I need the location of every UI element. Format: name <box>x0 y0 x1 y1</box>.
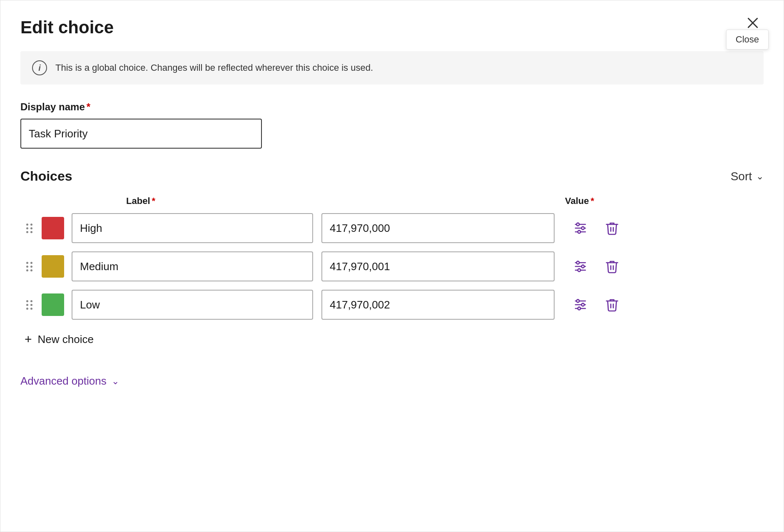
delete-icon-button[interactable] <box>601 217 623 239</box>
choice-value-input[interactable] <box>321 290 555 320</box>
svg-point-7 <box>578 231 581 234</box>
advanced-options-chevron-icon: ⌄ <box>112 376 119 387</box>
row-actions <box>570 294 623 316</box>
delete-icon-button[interactable] <box>601 294 623 316</box>
choice-label-input[interactable] <box>72 213 313 243</box>
advanced-options-label: Advanced options <box>20 375 107 388</box>
configure-icon-button[interactable] <box>570 217 591 239</box>
choice-row <box>20 251 764 281</box>
svg-point-13 <box>578 269 581 272</box>
svg-point-17 <box>582 303 585 306</box>
choices-header: Choices Sort ⌄ <box>20 169 764 184</box>
choice-row <box>20 213 764 243</box>
choices-section-title: Choices <box>20 169 72 184</box>
new-choice-label: New choice <box>38 333 94 346</box>
info-message: This is a global choice. Changes will be… <box>55 62 373 73</box>
close-tooltip: Close <box>726 30 769 50</box>
advanced-options-button[interactable]: Advanced options ⌄ <box>20 370 119 392</box>
plus-icon: + <box>25 332 32 346</box>
choice-value-input[interactable] <box>321 251 555 281</box>
color-swatch[interactable] <box>42 255 64 278</box>
choices-column-headers: Label* Value* <box>20 196 764 206</box>
new-choice-button[interactable]: + New choice <box>25 328 94 351</box>
value-column-header: Value* <box>565 196 764 206</box>
row-actions <box>570 217 623 239</box>
sort-button[interactable]: Sort ⌄ <box>731 170 764 183</box>
svg-point-3 <box>577 223 580 226</box>
choice-label-input[interactable] <box>72 251 313 281</box>
delete-icon-button[interactable] <box>601 256 623 277</box>
color-swatch[interactable] <box>42 293 64 316</box>
display-name-label: Display name* <box>20 101 764 113</box>
info-banner: i This is a global choice. Changes will … <box>20 51 764 85</box>
svg-point-11 <box>582 265 585 268</box>
row-actions <box>570 256 623 277</box>
svg-point-15 <box>577 300 580 303</box>
edit-choice-dialog: Edit choice Close i This is a global cho… <box>0 0 784 532</box>
dialog-title: Edit choice <box>20 17 764 38</box>
label-column-header: Label* <box>126 196 332 206</box>
choice-row <box>20 290 764 320</box>
sort-chevron-icon: ⌄ <box>756 171 764 182</box>
drag-handle[interactable] <box>20 220 38 236</box>
svg-point-5 <box>582 227 585 230</box>
svg-point-19 <box>578 307 581 310</box>
choice-value-input[interactable] <box>321 213 555 243</box>
svg-point-9 <box>577 261 580 264</box>
configure-icon-button[interactable] <box>570 294 591 316</box>
display-name-input[interactable] <box>20 119 262 149</box>
required-indicator: * <box>87 101 90 112</box>
color-swatch[interactable] <box>42 217 64 239</box>
drag-handle[interactable] <box>20 259 38 275</box>
drag-handle[interactable] <box>20 297 38 313</box>
choice-label-input[interactable] <box>72 290 313 320</box>
info-icon: i <box>32 60 47 75</box>
configure-icon-button[interactable] <box>570 256 591 277</box>
